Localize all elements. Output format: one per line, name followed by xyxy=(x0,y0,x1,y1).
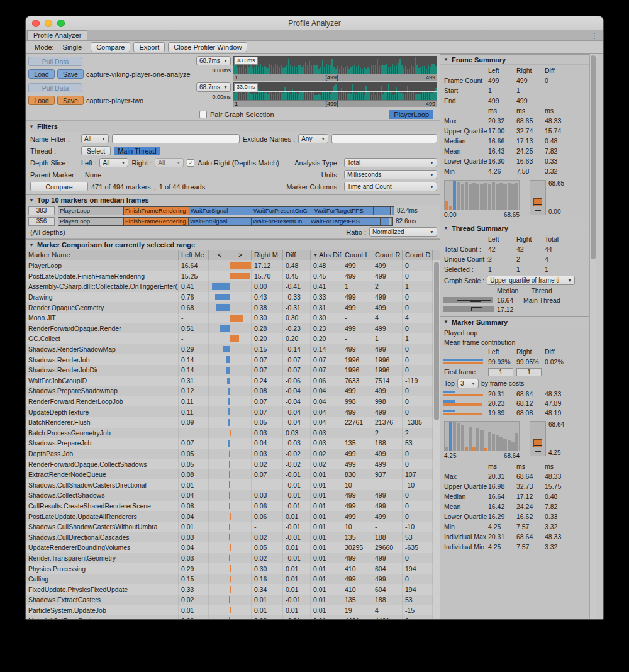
table-row[interactable]: WaitForJobGroupID0.310.24-0.060.06763375… xyxy=(26,376,440,386)
top-marker-segment[interactable]: WaitForSignal xyxy=(189,217,252,226)
filters-header[interactable]: ▼ Filters xyxy=(26,121,440,132)
exclude-mode-dropdown[interactable]: Any▼ xyxy=(298,134,328,143)
table-row[interactable]: Shadows.CullShadowCastersWithoutUmbra0.0… xyxy=(26,522,440,532)
top-frame-row[interactable]: 20.2368.1247.89 xyxy=(443,398,588,408)
depth-left-dropdown[interactable]: All▼ xyxy=(99,158,128,167)
table-row[interactable]: GC.Collect-0.200.200.20-11 xyxy=(26,333,440,344)
first-frame-right-button[interactable]: 1 xyxy=(516,368,542,376)
marker-comparison-header[interactable]: ▼ Marker Comparison for currently select… xyxy=(26,239,440,250)
table-row[interactable]: Shadows.PrepareShadowmap0.120.08-0.040.0… xyxy=(26,386,440,396)
scrollbar-thumb[interactable] xyxy=(434,262,439,420)
col-left-bar[interactable]: < xyxy=(209,250,230,260)
top-marker-segment[interactable]: WaitForPresentOn xyxy=(252,217,309,226)
export-button[interactable]: Export xyxy=(133,42,165,52)
frame-number-box[interactable]: 356 xyxy=(28,217,55,226)
graph-scale-dropdown[interactable]: Upper quartile of frame ti▼ xyxy=(487,276,575,285)
zoom-window-button[interactable] xyxy=(57,20,65,27)
pair-graph-selection-checkbox[interactable] xyxy=(199,111,207,118)
minimize-window-button[interactable] xyxy=(45,20,52,27)
table-row[interactable]: ExtractRenderNodeQueue0.080.07-0.010.018… xyxy=(26,469,440,480)
table-row[interactable]: Shadows.CullShadowCastersDirectional0.01… xyxy=(26,479,440,490)
col-diff[interactable]: Diff xyxy=(283,250,311,260)
load-button-left[interactable]: Load xyxy=(28,69,55,79)
frame-histogram[interactable] xyxy=(444,180,520,210)
top-frame-row[interactable]: 19.8968.0848.19 xyxy=(443,408,588,417)
table-row[interactable]: Shadows.RenderShadowMap0.290.15-0.140.14… xyxy=(26,344,440,355)
table-row[interactable]: Shadows.CullDirectionalCascades0.030.02-… xyxy=(26,532,440,542)
save-button-right[interactable]: Save xyxy=(57,96,84,105)
table-row[interactable]: Shadows.RenderJobDir0.140.07-0.070.07199… xyxy=(26,365,440,376)
name-filter-mode-dropdown[interactable]: All▼ xyxy=(81,134,109,143)
top-marker-segment[interactable] xyxy=(370,217,381,226)
scale-dropdown-right[interactable]: 68.7ms▼ xyxy=(196,82,231,92)
close-window-button[interactable] xyxy=(32,20,40,27)
mode-compare-button[interactable]: Compare xyxy=(91,42,130,52)
thread-summary-header[interactable]: ▼ Thread Summary xyxy=(440,223,589,233)
col-left-median[interactable]: Left Me xyxy=(179,250,209,260)
table-row[interactable]: Shadows.ExtractCasters0.020.01-0.010.011… xyxy=(26,595,440,605)
marker-histogram[interactable] xyxy=(444,421,520,451)
table-row[interactable]: RenderForwardOpaque.Render0.510.28-0.230… xyxy=(26,323,440,334)
top-marker-segment[interactable] xyxy=(392,206,394,215)
top-n-dropdown[interactable]: 3▼ xyxy=(457,379,479,388)
top-marker-segment[interactable]: WaitForTargetFPS xyxy=(309,217,370,226)
table-row[interactable]: Physics.Processing0.290.300.010.01410604… xyxy=(26,563,440,574)
table-row[interactable]: Batch.ProcessGeometryJob-0.030.030.03-22 xyxy=(26,428,440,439)
thread-row[interactable]: 17.12 xyxy=(443,305,588,314)
top-marker-segment[interactable]: WaitForPresentOnG xyxy=(252,206,313,215)
table-row[interactable]: FixedUpdate.PhysicsFixedUpdate0.330.340.… xyxy=(26,584,440,595)
load-button-right[interactable]: Load xyxy=(28,96,55,105)
col-right-median[interactable]: Right M xyxy=(252,250,283,260)
top-marker-segment[interactable]: PlayerLoop xyxy=(58,217,124,226)
thread-row[interactable]: 16.64 Main Thread xyxy=(443,295,588,305)
units-dropdown[interactable]: Milliseconds▼ xyxy=(344,170,437,179)
table-row[interactable]: Shadows.RenderJob0.140.07-0.070.07199619… xyxy=(26,354,440,365)
table-row[interactable]: UpdateDepthTexture0.110.07-0.040.0449949… xyxy=(26,406,440,417)
table-row[interactable]: BatchRenderer.Flush0.090.05-0.040.042276… xyxy=(26,417,440,428)
first-frame-left-button[interactable]: 1 xyxy=(488,368,513,376)
ratio-dropdown[interactable]: Normalized▼ xyxy=(369,227,437,237)
table-row[interactable]: RenderForwardOpaque.CollectShadows0.050.… xyxy=(26,459,440,469)
table-row[interactable]: PlayerLoop16.6417.120.480.484994990 xyxy=(26,260,440,271)
marker-columns-dropdown[interactable]: Time and Count▼ xyxy=(344,182,437,191)
col-count-right[interactable]: Count R xyxy=(372,250,403,260)
table-row[interactable]: Material.SetPassFast0.030.02-0.010.01449… xyxy=(26,615,440,620)
window-scrollbar[interactable] xyxy=(589,54,596,620)
thread-select-button[interactable]: Select xyxy=(81,146,111,155)
table-row[interactable]: PostLateUpdate.FinishFrameRendering15.25… xyxy=(26,271,440,282)
marker-summary-header[interactable]: ▼ Marker Summary xyxy=(440,316,589,327)
top-markers-header[interactable]: ▼ Top 10 markers on median frames xyxy=(26,194,440,205)
top-marker-segment[interactable] xyxy=(374,206,382,215)
table-row[interactable]: Mono.JIT-0.300.300.30-44 xyxy=(26,313,440,323)
table-row[interactable]: DepthPass.Job0.050.03-0.020.024994990 xyxy=(26,449,440,459)
top-marker-segment[interactable] xyxy=(381,217,386,226)
save-button-left[interactable]: Save xyxy=(57,69,84,79)
frame-number-box[interactable]: 383 xyxy=(28,206,55,215)
table-row[interactable]: Render.OpaqueGeometry0.680.38-0.310.3149… xyxy=(26,302,440,313)
kebab-menu-icon[interactable]: ⋮ xyxy=(591,31,598,40)
frame-time-graph-right[interactable]: 33.0ms xyxy=(233,82,437,100)
table-row[interactable]: Drawing0.760.43-0.330.334994990 xyxy=(26,292,440,303)
depth-right-dropdown[interactable]: All▼ xyxy=(155,158,184,167)
table-row[interactable]: Shadows.CollectShadows0.040.03-0.010.014… xyxy=(26,490,440,501)
auto-right-checkbox[interactable]: ✓ xyxy=(187,159,194,167)
top-marker-segment[interactable]: WaitForSignal xyxy=(189,206,252,215)
threshold-label-right[interactable]: 33.0ms xyxy=(234,83,258,91)
scale-dropdown-left[interactable]: 68.7ms▼ xyxy=(196,56,231,65)
table-row[interactable]: ParticleSystem.UpdateJob0.010.010.010.01… xyxy=(26,605,440,616)
col-marker-name[interactable]: Marker Name xyxy=(26,250,179,260)
tab-profile-analyzer[interactable]: Profile Analyzer xyxy=(27,30,87,40)
table-row[interactable]: Render.TransparentGeometry0.030.02-0.010… xyxy=(26,553,440,564)
frame-summary-header[interactable]: ▼ Frame Summary xyxy=(440,54,589,65)
mode-single-button[interactable]: Single xyxy=(57,42,88,52)
close-profiler-window-button[interactable]: Close Profiler Window xyxy=(168,42,247,52)
name-filter-input[interactable] xyxy=(112,134,240,143)
col-right-bar[interactable]: > xyxy=(230,250,252,260)
top-marker-segment[interactable] xyxy=(391,217,393,226)
top-marker-segment[interactable]: PlayerLoop xyxy=(58,206,124,215)
top-marker-segment[interactable]: FinishFrameRendering xyxy=(124,217,189,226)
table-row[interactable]: PostLateUpdate.UpdateAllRenderers0.040.0… xyxy=(26,511,440,522)
table-row[interactable]: Assembly-CSharp.dll!::Collectable.OnTrig… xyxy=(26,281,440,292)
exclude-names-input[interactable] xyxy=(331,134,437,143)
table-row[interactable]: RenderForward.RenderLoopJob0.110.07-0.04… xyxy=(26,396,440,407)
